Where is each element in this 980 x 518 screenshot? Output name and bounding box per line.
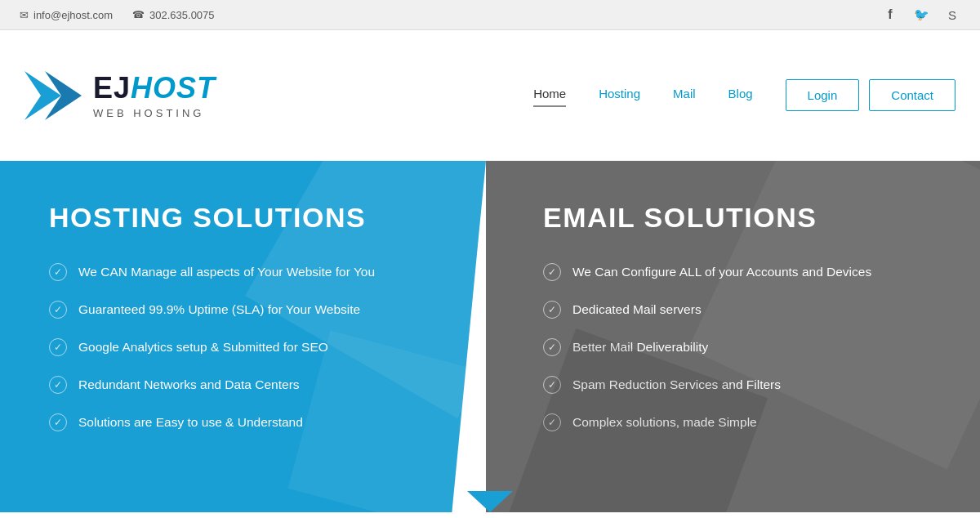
check-icon: ✓ — [49, 338, 67, 356]
header: EJHOST WEB HOSTING Home Hosting Mail Blo… — [0, 30, 980, 161]
email-feature-5: Complex solutions, made Simple — [572, 415, 757, 430]
list-item: ✓ Spam Reduction Services and Filters — [543, 376, 939, 394]
hosting-feature-5: Solutions are Easy to use & Understand — [78, 415, 303, 430]
navigation: Home Hosting Mail Blog Login Contact — [533, 79, 956, 111]
contact-button[interactable]: Contact — [869, 79, 956, 111]
check-icon: ✓ — [49, 413, 67, 431]
logo: EJHOST WEB HOSTING — [24, 71, 216, 120]
email-feature-1: We Can Configure ALL of your Accounts an… — [572, 265, 871, 279]
section-divider-chevron — [467, 491, 513, 512]
check-icon: ✓ — [49, 301, 67, 319]
hosting-panel: HOSTING SOLUTIONS ✓ We CAN Manage all as… — [0, 161, 486, 512]
nav-blog[interactable]: Blog — [728, 87, 753, 104]
email-features: ✓ We Can Configure ALL of your Accounts … — [543, 263, 939, 431]
check-icon: ✓ — [49, 376, 67, 394]
check-icon: ✓ — [543, 263, 561, 281]
hero-section: HOSTING SOLUTIONS ✓ We CAN Manage all as… — [0, 161, 980, 512]
nav-mail[interactable]: Mail — [673, 87, 696, 104]
social-links: f 🐦 S — [882, 7, 960, 23]
nav-hosting[interactable]: Hosting — [599, 87, 640, 104]
email-title: EMAIL SOLUTIONS — [543, 202, 939, 234]
login-button[interactable]: Login — [786, 79, 860, 111]
logo-arrow-icon — [24, 71, 82, 120]
email-icon: ✉ — [20, 9, 29, 21]
list-item: ✓ Complex solutions, made Simple — [543, 413, 939, 431]
logo-ej: EJ — [93, 71, 131, 105]
list-item: ✓ Guaranteed 99.9% Uptime (SLA) for Your… — [49, 301, 445, 319]
email-contact: ✉ info@ejhost.com — [20, 9, 113, 21]
email-panel: EMAIL SOLUTIONS ✓ We Can Configure ALL o… — [486, 161, 980, 512]
twitter-icon[interactable]: 🐦 — [913, 7, 929, 23]
hosting-feature-4: Redundant Networks and Data Centers — [78, 377, 300, 392]
email-feature-4: Spam Reduction Services and Filters — [572, 377, 781, 392]
check-icon: ✓ — [543, 338, 561, 356]
check-icon: ✓ — [543, 301, 561, 319]
nav-buttons: Login Contact — [786, 79, 956, 111]
list-item: ✓ Solutions are Easy to use & Understand — [49, 413, 445, 431]
facebook-icon[interactable]: f — [882, 7, 898, 23]
phone-icon: ☎ — [132, 9, 145, 20]
topbar: ✉ info@ejhost.com ☎ 302.635.0075 f 🐦 S — [0, 0, 980, 30]
check-icon: ✓ — [543, 376, 561, 394]
logo-host: HOST — [131, 71, 216, 105]
hosting-features: ✓ We CAN Manage all aspects of Your Webs… — [49, 263, 445, 431]
hosting-title: HOSTING SOLUTIONS — [49, 202, 445, 234]
list-item: ✓ Redundant Networks and Data Centers — [49, 376, 445, 394]
phone-text: 302.635.0075 — [149, 9, 215, 21]
skype-icon[interactable]: S — [944, 7, 960, 23]
list-item: ✓ Dedicated Mail servers — [543, 301, 939, 319]
logo-name: EJHOST — [93, 71, 216, 105]
hosting-feature-2: Guaranteed 99.9% Uptime (SLA) for Your W… — [78, 302, 360, 317]
list-item: ✓ Google Analytics setup & Submitted for… — [49, 338, 445, 356]
nav-home[interactable]: Home — [533, 87, 566, 104]
logo-text: EJHOST WEB HOSTING — [93, 71, 216, 119]
hosting-feature-3: Google Analytics setup & Submitted for S… — [78, 340, 328, 355]
email-text: info@ejhost.com — [33, 9, 113, 21]
logo-subtitle: WEB HOSTING — [93, 107, 216, 119]
check-icon: ✓ — [49, 263, 67, 281]
list-item: ✓ We CAN Manage all aspects of Your Webs… — [49, 263, 445, 281]
list-item: ✓ Better Mail Deliverability — [543, 338, 939, 356]
email-feature-2: Dedicated Mail servers — [572, 302, 702, 317]
list-item: ✓ We Can Configure ALL of your Accounts … — [543, 263, 939, 281]
phone-contact: ☎ 302.635.0075 — [132, 9, 215, 21]
topbar-contacts: ✉ info@ejhost.com ☎ 302.635.0075 — [20, 9, 215, 21]
check-icon: ✓ — [543, 413, 561, 431]
email-feature-3: Better Mail Deliverability — [572, 340, 708, 355]
hosting-feature-1: We CAN Manage all aspects of Your Websit… — [78, 265, 375, 279]
